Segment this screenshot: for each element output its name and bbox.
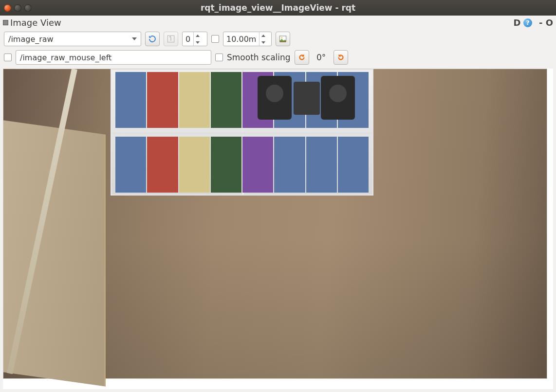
spinbox-arrows-2[interactable] <box>259 32 267 46</box>
smooth-scaling-label: Smooth scaling <box>227 53 291 62</box>
panel-title-area: Image View <box>3 18 61 28</box>
rotate-right-icon <box>336 53 345 62</box>
max-range-value: 10.00m <box>223 32 259 46</box>
window-minimize-button[interactable] <box>14 4 21 12</box>
toolbar-row-2: /image_raw_mouse_left Smooth scaling 0° <box>3 48 553 67</box>
svg-rect-3 <box>279 41 286 42</box>
max-range-spinbox[interactable]: 10.00m <box>223 32 272 46</box>
camera-image <box>3 69 547 379</box>
topic-combobox-value: /image_raw <box>8 35 54 44</box>
help-icon[interactable]: ? <box>523 18 532 27</box>
spin-down-icon[interactable] <box>259 39 267 46</box>
num-gridlines-spinbox[interactable]: 0 <box>182 32 207 46</box>
panel-header-actions: D ? - O <box>513 18 553 28</box>
scene-bookshelf <box>111 69 373 196</box>
detach-button[interactable]: D <box>513 18 521 27</box>
rotate-left-button[interactable] <box>295 50 309 65</box>
rotation-label: 0° <box>313 53 330 62</box>
options-button[interactable]: - O <box>539 18 553 28</box>
zoom-original-icon <box>167 35 175 43</box>
save-image-icon <box>278 35 287 43</box>
toolbar-row-1: /image_raw 0 10.00m <box>3 30 553 48</box>
zoom-original-button[interactable] <box>164 32 178 46</box>
image-display-area[interactable] <box>3 69 553 389</box>
save-image-button[interactable] <box>276 32 290 46</box>
topic-combobox[interactable]: /image_raw <box>4 32 141 46</box>
spin-up-icon[interactable] <box>259 32 267 39</box>
mouse-topic-value: /image_raw_mouse_left <box>20 53 111 62</box>
spin-up-icon[interactable] <box>194 32 201 39</box>
window-controls <box>4 4 32 12</box>
chevron-down-icon <box>132 37 137 40</box>
rotate-right-button[interactable] <box>334 50 348 65</box>
refresh-button[interactable] <box>145 32 160 46</box>
panel-title: Image View <box>10 18 61 28</box>
smooth-scaling-checkbox[interactable] <box>215 53 223 61</box>
window-title: rqt_image_view__ImageView - rqt <box>0 3 556 13</box>
dynamic-range-checkbox[interactable] <box>211 35 219 43</box>
rotate-left-icon <box>297 53 306 62</box>
window-titlebar: rqt_image_view__ImageView - rqt <box>0 0 556 16</box>
dock-toggle-icon[interactable] <box>3 20 8 25</box>
num-gridlines-value: 0 <box>183 32 193 46</box>
spin-down-icon[interactable] <box>194 39 201 46</box>
panel-header: Image View D ? - O <box>3 18 553 30</box>
spinbox-arrows[interactable] <box>193 32 201 46</box>
mouse-topic-input[interactable]: /image_raw_mouse_left <box>16 50 211 65</box>
window-body: Image View D ? - O /image_raw <box>0 16 556 392</box>
window-maximize-button[interactable] <box>24 4 32 12</box>
publish-mouse-checkbox[interactable] <box>4 53 12 61</box>
refresh-icon <box>148 35 157 43</box>
window-close-button[interactable] <box>4 4 11 12</box>
svg-point-2 <box>281 37 282 38</box>
